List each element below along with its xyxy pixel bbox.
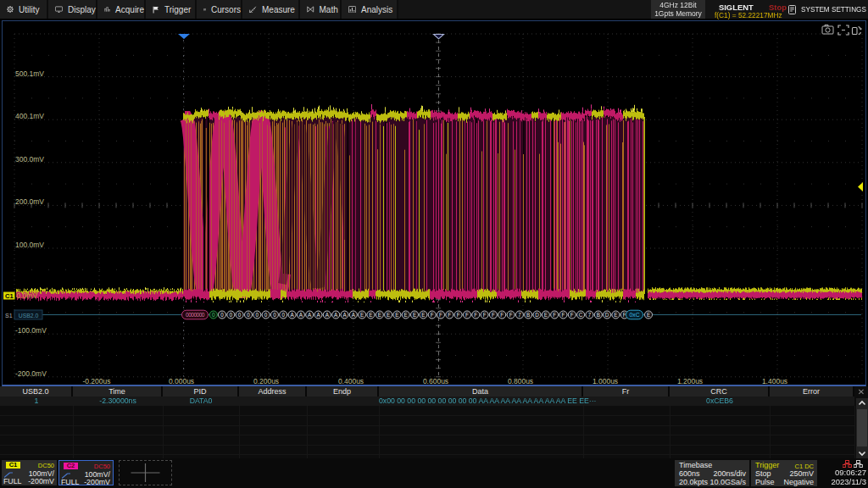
- svg-text:F: F: [474, 312, 477, 318]
- svg-text:0: 0: [230, 312, 233, 318]
- svg-text:0: 0: [281, 312, 285, 318]
- svg-text:-100.0mV: -100.0mV: [15, 326, 47, 335]
- svg-text:B: B: [597, 312, 600, 318]
- svg-text:F: F: [431, 312, 434, 318]
- svg-text:C: C: [579, 312, 583, 318]
- svg-text:1.400us: 1.400us: [762, 377, 787, 385]
- svg-text:0.400us: 0.400us: [338, 377, 364, 385]
- svg-text:7: 7: [588, 312, 592, 318]
- svg-text:0: 0: [212, 312, 215, 318]
- svg-text:F: F: [483, 312, 487, 318]
- svg-text:0: 0: [273, 312, 276, 318]
- svg-text:300.0mV: 300.0mV: [15, 155, 44, 164]
- svg-text:7: 7: [518, 312, 521, 318]
- svg-text:E: E: [647, 312, 650, 318]
- svg-text:-0.200us: -0.200us: [82, 377, 110, 385]
- svg-text:D: D: [535, 312, 539, 318]
- svg-text:B: B: [526, 312, 530, 318]
- svg-text:0: 0: [247, 312, 250, 318]
- svg-text:1.200us: 1.200us: [677, 377, 703, 385]
- svg-text:F: F: [562, 312, 565, 318]
- svg-text:E: E: [395, 312, 398, 318]
- svg-text:400.1mV: 400.1mV: [15, 112, 44, 120]
- svg-text:C1: C1: [5, 292, 14, 300]
- svg-text:E: E: [369, 312, 372, 318]
- svg-text:100.0mV: 100.0mV: [15, 241, 44, 249]
- svg-text:0.600us: 0.600us: [423, 377, 448, 385]
- svg-text:0: 0: [220, 312, 224, 318]
- svg-text:D: D: [605, 312, 609, 318]
- svg-text:F: F: [492, 312, 495, 318]
- svg-text:E: E: [413, 312, 416, 318]
- svg-text:F: F: [465, 312, 469, 318]
- svg-text:0: 0: [238, 312, 242, 318]
- svg-text:0.000us: 0.000us: [169, 377, 194, 385]
- svg-text:1.000us: 1.000us: [593, 377, 618, 385]
- svg-text:F: F: [570, 312, 574, 318]
- svg-text:S1: S1: [5, 313, 13, 319]
- svg-text:E: E: [378, 312, 381, 318]
- svg-text:F: F: [457, 312, 460, 318]
- svg-text:0000000: 0000000: [186, 312, 205, 318]
- svg-text:E: E: [404, 312, 408, 318]
- svg-text:0.800us: 0.800us: [508, 377, 533, 385]
- svg-text:E: E: [614, 312, 617, 318]
- svg-text:E: E: [387, 312, 390, 318]
- svg-text:USB2.0: USB2.0: [19, 313, 39, 319]
- svg-text:0.200us: 0.200us: [253, 377, 279, 385]
- svg-text:F: F: [439, 312, 442, 318]
- svg-text:0: 0: [256, 312, 259, 318]
- svg-text:200.0mV: 200.0mV: [15, 197, 44, 206]
- svg-text:0: 0: [264, 312, 268, 318]
- svg-text:0.0mV: 0.0mV: [17, 291, 38, 300]
- svg-text:E: E: [360, 312, 364, 318]
- svg-text:-200.0mV: -200.0mV: [15, 369, 47, 378]
- svg-text:F: F: [500, 312, 504, 318]
- svg-text:0xC: 0xC: [629, 312, 639, 318]
- svg-text:500.1mV: 500.1mV: [15, 69, 44, 78]
- svg-text:F: F: [509, 312, 513, 318]
- svg-text:E: E: [544, 312, 548, 318]
- svg-text:F: F: [448, 312, 451, 318]
- svg-text:E: E: [421, 312, 425, 318]
- svg-text:F: F: [553, 312, 556, 318]
